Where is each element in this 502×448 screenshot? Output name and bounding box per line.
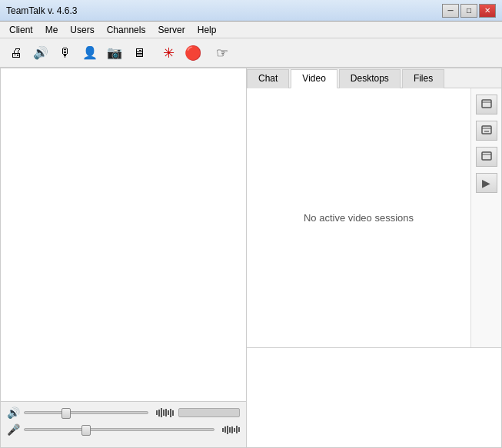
video-bottom-panel	[247, 347, 501, 447]
bottom-controls: 🔊 🎤	[1, 401, 246, 447]
video-remove-button[interactable]	[476, 147, 497, 167]
tabs-bar: Chat Video Desktops Files	[247, 68, 501, 88]
mic-waveform	[222, 426, 240, 434]
user-button[interactable]: 👤	[78, 42, 101, 64]
menu-server[interactable]: Server	[151, 23, 191, 37]
menu-help[interactable]: Help	[191, 23, 223, 37]
menu-me[interactable]: Me	[39, 23, 65, 37]
title-bar: TeamTalk v. 4.6.3 ─ □ ✕	[0, 0, 502, 22]
tab-files[interactable]: Files	[402, 69, 444, 88]
connect-button[interactable]: 🖨	[5, 42, 28, 64]
play-button[interactable]: ▶	[476, 173, 497, 193]
sound-button[interactable]: 🔊	[29, 42, 52, 64]
close-button[interactable]: ✕	[479, 4, 496, 18]
title-text: TeamTalk v. 4.6.3	[6, 5, 77, 16]
mic-slider[interactable]	[24, 428, 214, 431]
video-area: No active video sessions	[247, 88, 501, 347]
video-add-button[interactable]	[476, 121, 497, 141]
tab-desktops[interactable]: Desktops	[339, 69, 401, 88]
maximize-button[interactable]: □	[460, 4, 477, 18]
menu-channels[interactable]: Channels	[101, 23, 152, 37]
speaker-slider-row: 🔊	[7, 407, 240, 419]
stream-button[interactable]: 🔴	[181, 42, 204, 64]
video-button[interactable]: 📷	[103, 42, 126, 64]
record-button[interactable]: ✳	[157, 42, 180, 64]
speaker-icon: 🔊	[7, 407, 19, 419]
svg-rect-0	[482, 100, 491, 108]
tab-video[interactable]: Video	[291, 69, 337, 88]
left-panel: 🔊 🎤	[0, 68, 246, 448]
video-main: No active video sessions	[247, 88, 470, 347]
toolbar: 🖨 🔊 🎙 👤 📷 🖥 ✳ 🔴 ☞	[0, 38, 502, 68]
mic-slider-row: 🎤	[7, 423, 240, 436]
menu-bar: Client Me Users Channels Server Help	[0, 22, 502, 38]
desktop-button[interactable]: 🖥	[128, 42, 151, 64]
right-panel: Chat Video Desktops Files No active vide…	[246, 68, 502, 448]
speaker-slider[interactable]	[24, 411, 148, 414]
mic-icon: 🎤	[7, 423, 19, 436]
title-controls: ─ □ ✕	[442, 4, 496, 18]
fullscreen-button[interactable]	[476, 95, 497, 114]
minimize-button[interactable]: ─	[442, 4, 459, 18]
tab-chat[interactable]: Chat	[247, 69, 289, 88]
hand-button[interactable]: ☞	[211, 42, 234, 64]
no-session-text: No active video sessions	[304, 212, 414, 224]
speaker-volume-display	[178, 408, 240, 417]
svg-rect-5	[482, 152, 491, 160]
video-sidebar: ▶	[470, 88, 501, 347]
speaker-waveform	[156, 408, 174, 417]
main-content: 🔊 🎤	[0, 68, 502, 448]
menu-users[interactable]: Users	[64, 23, 100, 37]
mic-button[interactable]: 🎙	[54, 42, 77, 64]
channel-tree[interactable]	[1, 68, 246, 401]
menu-client[interactable]: Client	[3, 23, 39, 37]
svg-rect-2	[482, 126, 491, 134]
